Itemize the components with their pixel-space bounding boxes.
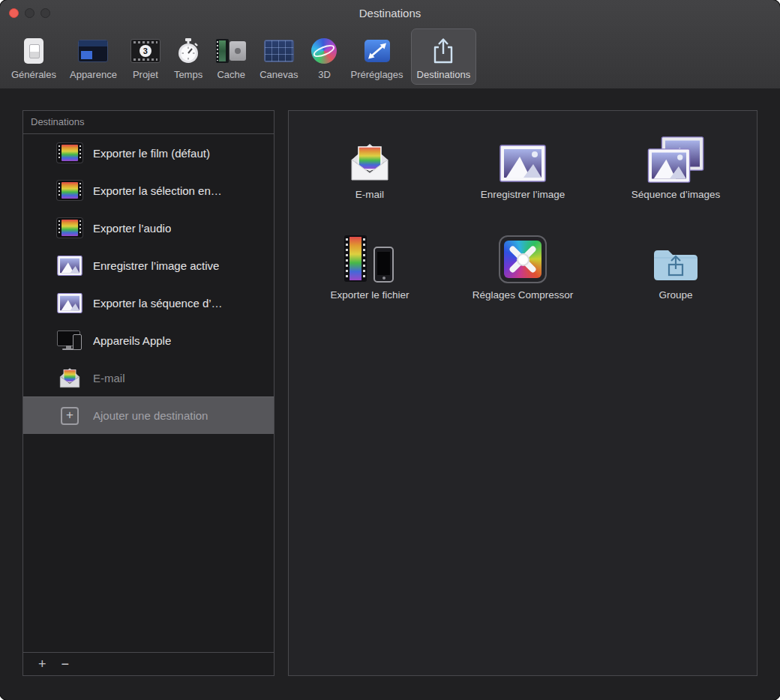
tab-projet[interactable]: Projet bbox=[124, 28, 166, 85]
canvas-grid-icon bbox=[264, 35, 294, 67]
mail-icon bbox=[57, 366, 82, 389]
tab-3d[interactable]: 3D bbox=[305, 28, 343, 85]
window-header: Destinations Générales Apparence Projet bbox=[0, 0, 780, 89]
film-icon bbox=[57, 143, 82, 163]
sidebar-item-exporter-la-selection[interactable]: Exporter la sélection en… bbox=[23, 172, 274, 209]
group-folder-icon bbox=[652, 225, 700, 283]
destinations-list[interactable]: Exporter le film (défaut) Exporter la sé… bbox=[23, 134, 274, 652]
project-film-icon bbox=[130, 35, 160, 67]
titlebar[interactable]: Destinations bbox=[0, 0, 780, 27]
apple-devices-icon bbox=[57, 330, 82, 351]
destination-groupe[interactable]: Groupe bbox=[599, 222, 752, 322]
add-destination-button[interactable]: + bbox=[31, 654, 54, 674]
destination-types-panel: E-mail Enregistrer l’image bbox=[288, 110, 758, 676]
export-file-icon bbox=[341, 225, 398, 283]
destination-enregistrer-image[interactable]: Enregistrer l’image bbox=[446, 121, 599, 222]
destinations-pane: Destinations Exporter le film (défaut) E… bbox=[0, 88, 780, 700]
sidebar-item-exporter-audio[interactable]: Exporter l’audio bbox=[23, 209, 274, 247]
cache-disk-icon bbox=[216, 35, 246, 67]
sidebar-item-appareils-apple[interactable]: Appareils Apple bbox=[23, 322, 274, 359]
save-image-icon bbox=[500, 124, 546, 183]
tab-temps[interactable]: Temps bbox=[168, 28, 208, 85]
appearance-icon bbox=[78, 35, 108, 67]
image-icon bbox=[57, 293, 82, 313]
general-switch-icon bbox=[24, 35, 44, 67]
sidebar-item-ajouter-destination[interactable]: Ajouter une destination bbox=[23, 396, 274, 434]
sidebar-item-email[interactable]: E-mail bbox=[23, 359, 274, 396]
sidebar-header: Destinations bbox=[23, 111, 274, 134]
image-sequence-icon bbox=[647, 124, 704, 183]
destination-email[interactable]: E-mail bbox=[293, 121, 446, 222]
destination-sequence-images[interactable]: Séquence d’images bbox=[599, 121, 752, 222]
tab-destinations[interactable]: Destinations bbox=[411, 28, 477, 85]
tab-generales[interactable]: Générales bbox=[5, 28, 62, 85]
sidebar-item-exporter-le-film[interactable]: Exporter le film (défaut) bbox=[23, 134, 274, 172]
film-icon bbox=[57, 218, 82, 238]
preferences-window: Destinations Générales Apparence Projet bbox=[0, 0, 780, 700]
mail-icon bbox=[346, 124, 394, 183]
compressor-icon bbox=[499, 225, 547, 283]
tab-canevas[interactable]: Canevas bbox=[254, 28, 304, 85]
add-plus-icon bbox=[57, 407, 82, 425]
tab-prereglages[interactable]: Préréglages bbox=[344, 28, 409, 85]
image-icon bbox=[57, 256, 82, 276]
destination-exporter-fichier[interactable]: Exporter le fichier bbox=[293, 222, 446, 322]
film-icon bbox=[57, 181, 82, 200]
destination-compressor[interactable]: Réglages Compressor bbox=[446, 222, 599, 322]
tab-apparence[interactable]: Apparence bbox=[64, 28, 123, 85]
destinations-sidebar: Destinations Exporter le film (défaut) E… bbox=[22, 110, 274, 676]
sidebar-footer: + − bbox=[23, 652, 274, 675]
window-title: Destinations bbox=[0, 7, 780, 19]
sidebar-item-enregistrer-image-active[interactable]: Enregistrer l’image active bbox=[23, 247, 274, 284]
remove-destination-button[interactable]: − bbox=[54, 654, 77, 674]
presets-arrow-icon bbox=[364, 35, 391, 67]
share-icon bbox=[431, 35, 455, 67]
preferences-toolbar: Générales Apparence Projet bbox=[4, 27, 477, 86]
stopwatch-icon bbox=[177, 35, 200, 67]
tab-cache[interactable]: Cache bbox=[210, 28, 252, 85]
sidebar-item-exporter-sequence[interactable]: Exporter la séquence d’… bbox=[23, 284, 274, 322]
sphere-3d-icon bbox=[311, 35, 337, 67]
destination-types-grid: E-mail Enregistrer l’image bbox=[289, 111, 757, 322]
